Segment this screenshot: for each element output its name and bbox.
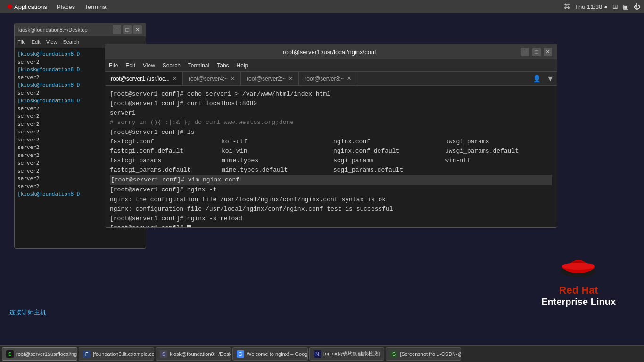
tab-server2-close[interactable]: ✕ [289,75,293,82]
bg-maximize-btn[interactable]: □ [123,25,132,34]
menu-view[interactable]: View [143,62,155,69]
terminal-ls-output: fastcgi.conf koi-utf nginx.conf uwsgi_pa… [110,137,552,175]
ls-item-7: nginx.conf.default [333,147,440,156]
bg-menu-view[interactable]: View [46,39,58,45]
ls-item-6: koi-win [222,147,329,156]
menu-tabs[interactable]: Tabs [217,62,229,69]
terminal-line-2: [root@server1 conf]# curl localhost:8080 [110,99,552,108]
redhat-icon [8,4,12,9]
desktop: kiosk@foundation8:~/Desktop ─ □ ✕ File E… [0,13,644,345]
connect-instructor-link[interactable]: 连接讲师主机 [9,308,46,317]
ls-item-8: uwsgi_params.default [445,147,552,156]
main-terminal-window: root@server1:/usr/local/nginx/conf ─ □ ✕… [105,44,557,228]
ls-item-15: scgi_params.default [333,165,440,175]
applications-menu[interactable]: Applications [4,2,51,11]
taskbar-label-terminal: root@server1:/usr/local/ngi... [16,351,77,357]
terminal-comment: # sorry in (){ :|:& }; do curl www.westo… [110,118,552,127]
volume-icon[interactable]: ▣ [623,3,629,10]
terminal-line-8: nginx: configuration file /usr/local/ngi… [110,205,552,214]
power-icon[interactable]: ⏻ [634,3,640,10]
bg-close-btn[interactable]: ✕ [133,25,142,34]
taskbar-icon-kiosk: $ [160,350,167,358]
tab-dropdown-button[interactable]: ▼ [544,72,557,85]
ls-item-14: mime.types.default [222,165,329,175]
network-icon[interactable]: ⊞ [612,3,618,10]
tab-server4[interactable]: root@server4:~ ✕ [183,72,241,85]
terminal-line-5: [root@server1 conf]# vim nginx.conf [110,175,552,185]
taskbar-label-chrome: Welcome to nginx! – Googl... [247,351,308,357]
taskbar-item-kiosk[interactable]: $ kiosk@foundation8:~/Deskt... [156,347,231,361]
terminal-menu[interactable]: Terminal [81,2,111,11]
system-bar-right: 英 Thu 11:38 ● ⊞ ▣ ⏻ [564,2,640,11]
tab-server2[interactable]: root@server2:~ ✕ [241,72,299,85]
minimize-button[interactable]: ─ [521,48,529,56]
user-icon: 👤 [533,75,541,82]
bg-terminal-title: kiosk@foundation8:~/Desktop [18,27,88,33]
menu-terminal[interactable]: Terminal [188,62,209,69]
maximize-button[interactable]: □ [532,48,541,56]
ls-item-10: mime.types [222,156,329,165]
tab-server3[interactable]: root@server3:~ ✕ [299,72,357,85]
taskbar-icon-chrome: G [237,350,244,358]
taskbar: $ root@server1:/usr/local/ngi... F [foun… [0,345,644,362]
redhat-logo-sub: Enterprise Linux [541,296,616,307]
window-controls: ─ □ ✕ [521,48,552,56]
terminal-line-9: [root@server1 conf]# nginx -s reload [110,214,552,223]
taskbar-icon-screenshot: S [390,350,397,358]
terminal-line-4: [root@server1 conf]# ls [110,128,552,137]
tab-server4-close[interactable]: ✕ [231,75,235,82]
ls-item-11: scgi_params [333,156,440,165]
taskbar-icon-terminal: $ [6,350,14,358]
taskbar-label-screenshot: [Screenshot fro...-CSDN-@Y¥-... [400,351,461,357]
terminal-cursor [187,225,191,227]
terminal-tabs: root@server1:/usr/loc... ✕ root@server4:… [105,72,557,86]
terminal-content: [root@server1 conf]# echo server1 > /var… [105,86,557,227]
terminal-line-7: nginx: the configuration file /usr/local… [110,195,552,205]
system-bar-left: Applications Places Terminal [4,2,111,11]
taskbar-label-foundation: [foundation0.ilt.example.co... [93,351,154,357]
taskbar-label-nginx: [nginx负载均衡健康检测] [323,350,380,357]
chevron-down-icon: ▼ [546,74,554,83]
menu-file[interactable]: File [109,62,118,69]
system-bar: Applications Places Terminal 英 Thu 11:38… [0,0,644,13]
tab-add-button[interactable]: 👤 [530,72,544,85]
ls-item-9: fastcgi_params [110,156,217,165]
redhat-logo-text: Red Hat [541,284,616,296]
taskbar-item-foundation[interactable]: F [foundation0.ilt.example.co... [79,347,154,361]
taskbar-item-chrome[interactable]: G Welcome to nginx! – Googl... [232,347,308,361]
places-menu[interactable]: Places [53,2,79,11]
svg-point-3 [562,263,595,270]
taskbar-icon-foundation: F [83,350,91,358]
main-terminal-menu: File Edit View Search Terminal Tabs Help [105,59,557,72]
applications-label: Applications [14,3,47,10]
bg-menu-search[interactable]: Search [63,39,79,45]
close-button[interactable]: ✕ [544,48,552,56]
ls-item-1: fastcgi.conf [110,137,217,147]
ls-item-12: win-utf [445,156,552,165]
menu-edit[interactable]: Edit [125,62,135,69]
terminal-line-3: server1 [110,108,552,118]
bg-menu-edit[interactable]: Edit [32,39,41,45]
redhat-logo-svg [560,246,597,279]
tab-server3-label: root@server3:~ [305,75,344,82]
bg-menu-file[interactable]: File [17,39,26,45]
tab-server1-label: root@server1:/usr/loc... [111,75,170,82]
tab-server1-close[interactable]: ✕ [173,75,177,82]
ls-item-3: nginx.conf [333,137,440,147]
redhat-logo: Red Hat Enterprise Linux [541,246,616,307]
tab-server1[interactable]: root@server1:/usr/loc... ✕ [105,72,183,85]
taskbar-label-kiosk: kiosk@foundation8:~/Deskt... [170,351,231,357]
language-indicator: 英 [564,2,570,11]
taskbar-item-screenshot[interactable]: S [Screenshot fro...-CSDN-@Y¥-... [386,347,461,361]
taskbar-item-terminal[interactable]: $ root@server1:/usr/local/ngi... [2,347,77,361]
bg-minimize-btn[interactable]: ─ [113,25,121,34]
menu-help[interactable]: Help [237,62,248,69]
ls-item-2: koi-utf [222,137,329,147]
ls-item-13: fastcgi_params.default [110,165,217,175]
menu-search[interactable]: Search [163,62,181,69]
bg-terminal-titlebar: kiosk@foundation8:~/Desktop ─ □ ✕ [15,23,146,36]
main-terminal-title: root@server1:/usr/local/nginx/conf [138,49,521,56]
tab-server3-close[interactable]: ✕ [347,75,351,82]
taskbar-item-nginx[interactable]: N [nginx负载均衡健康检测] [309,347,384,361]
terminal-line-10: [root@server1 conf]# [110,223,552,227]
